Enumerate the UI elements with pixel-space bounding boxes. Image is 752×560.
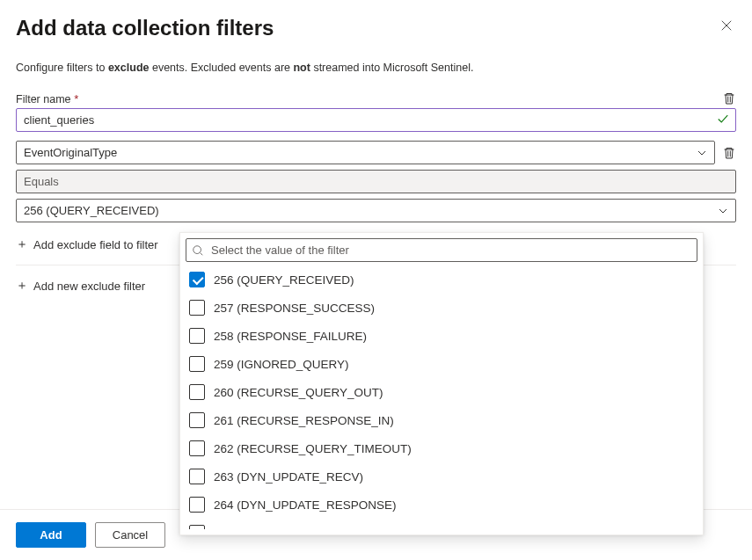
- required-asterisk: *: [74, 92, 78, 105]
- option-row[interactable]: 264 (DYN_UPDATE_RESPONSE): [186, 491, 697, 519]
- field-select-value: EventOriginalType: [24, 146, 117, 159]
- checkbox[interactable]: [189, 356, 205, 372]
- checkbox[interactable]: [189, 469, 205, 484]
- option-label: 257 (RESPONSE_SUCCESS): [214, 302, 375, 315]
- option-label: 263 (DYN_UPDATE_RECV): [214, 470, 363, 484]
- operator-select-value: Equals: [24, 175, 59, 188]
- field-select[interactable]: EventOriginalType: [16, 141, 715, 164]
- option-label: 260 (RECURSE_QUERY_OUT): [214, 386, 383, 399]
- option-row[interactable]: 258 (RESPONSE_FAILURE): [186, 322, 697, 350]
- option-row[interactable]: 260 (RECURSE_QUERY_OUT): [186, 378, 697, 406]
- option-row[interactable]: 265 (IXFR_REQ_OUT): [186, 519, 697, 529]
- filter-name-input[interactable]: [16, 108, 736, 132]
- value-dropdown: 256 (QUERY_RECEIVED)257 (RESPONSE_SUCCES…: [179, 232, 704, 535]
- value-select-value: 256 (QUERY_RECEIVED): [24, 204, 159, 217]
- add-filter-label: Add new exclude filter: [33, 280, 145, 293]
- checkbox[interactable]: [189, 272, 205, 287]
- close-icon[interactable]: [717, 16, 736, 38]
- operator-select: Equals: [16, 170, 736, 193]
- options-list[interactable]: 256 (QUERY_RECEIVED)257 (RESPONSE_SUCCES…: [186, 265, 697, 529]
- checkbox[interactable]: [189, 525, 205, 529]
- add-field-label: Add exclude field to filter: [33, 238, 158, 251]
- option-row[interactable]: 263 (DYN_UPDATE_RECV): [186, 462, 697, 491]
- option-label: 264 (DYN_UPDATE_RESPONSE): [214, 498, 397, 512]
- value-select[interactable]: 256 (QUERY_RECEIVED): [16, 199, 736, 222]
- chevron-down-icon: [697, 148, 707, 158]
- option-row[interactable]: 259 (IGNORED_QUERY): [186, 350, 697, 378]
- cancel-button[interactable]: Cancel: [95, 522, 165, 548]
- svg-point-0: [193, 245, 201, 253]
- checkbox[interactable]: [189, 328, 205, 344]
- filter-value-search-input[interactable]: [186, 238, 697, 262]
- option-label: 262 (RECURSE_QUERY_TIMEOUT): [214, 442, 412, 455]
- checkbox[interactable]: [189, 412, 205, 428]
- option-row[interactable]: 262 (RECURSE_QUERY_TIMEOUT): [186, 434, 697, 462]
- plus-icon: ＋: [16, 236, 28, 252]
- panel-title: Add data collection filters: [16, 16, 274, 40]
- checkbox[interactable]: [189, 300, 205, 316]
- checkbox[interactable]: [189, 440, 205, 456]
- plus-icon: ＋: [16, 278, 28, 294]
- option-label: 261 (RECURSE_RESPONSE_IN): [214, 414, 394, 427]
- checkbox[interactable]: [189, 497, 205, 513]
- option-label: 259 (IGNORED_QUERY): [214, 358, 349, 371]
- option-label: 256 (QUERY_RECEIVED): [214, 273, 354, 287]
- option-label: 258 (RESPONSE_FAILURE): [214, 330, 367, 343]
- description-text: Configure filters to exclude events. Exc…: [16, 62, 736, 74]
- option-label: 265 (IXFR_REQ_OUT): [214, 527, 336, 530]
- add-button[interactable]: Add: [16, 522, 86, 548]
- option-row[interactable]: 257 (RESPONSE_SUCCESS): [186, 294, 697, 322]
- checkbox[interactable]: [189, 384, 205, 400]
- chevron-down-icon: [718, 206, 728, 216]
- delete-filter-icon[interactable]: [722, 91, 736, 105]
- search-icon: [192, 244, 204, 257]
- option-row[interactable]: 256 (QUERY_RECEIVED): [186, 265, 697, 294]
- valid-check-icon: [717, 113, 729, 127]
- filter-name-label: Filter name: [16, 93, 71, 105]
- delete-field-icon[interactable]: [722, 146, 736, 160]
- option-row[interactable]: 261 (RECURSE_RESPONSE_IN): [186, 406, 697, 434]
